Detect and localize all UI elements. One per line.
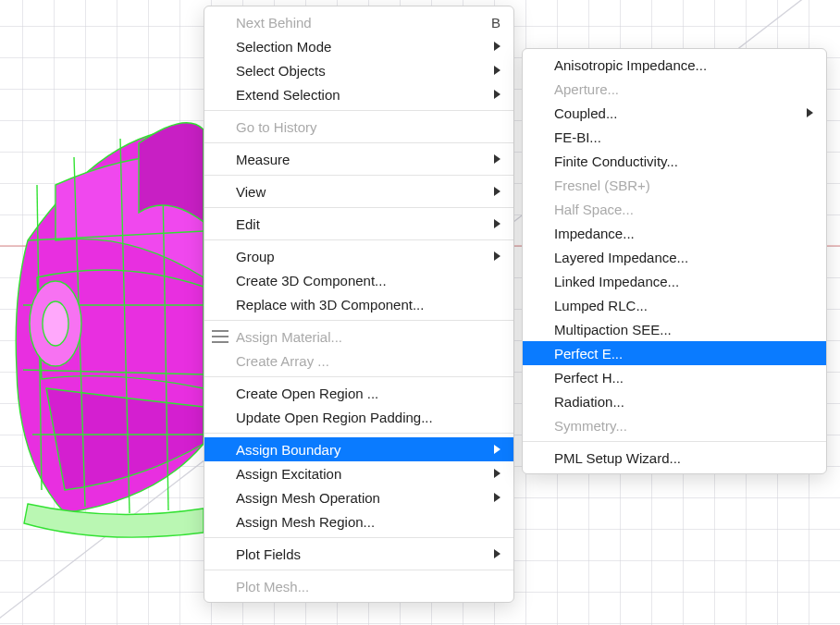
menu-item-plot-mesh: Plot Mesh... bbox=[204, 574, 513, 598]
chevron-right-icon bbox=[494, 549, 500, 558]
menu-item-half-space: Half Space... bbox=[523, 197, 826, 221]
menu-item-label: Finite Conductivity... bbox=[554, 153, 813, 169]
menu-item-label: Plot Mesh... bbox=[236, 579, 500, 594]
menu-separator bbox=[204, 320, 513, 321]
menu-item-fresnel-sbr: Fresnel (SBR+) bbox=[523, 173, 826, 197]
menu-item-label: PML Setup Wizard... bbox=[554, 450, 813, 466]
menu-separator bbox=[204, 207, 513, 208]
context-menu[interactable]: Next BehindBSelection ModeSelect Objects… bbox=[204, 6, 514, 603]
menu-separator bbox=[204, 142, 513, 143]
submenu-assign-boundary[interactable]: Anisotropic Impedance...Aperture...Coupl… bbox=[522, 48, 827, 474]
menu-shortcut: B bbox=[473, 15, 500, 31]
menu-item-label: Next Behind bbox=[236, 15, 473, 31]
menu-item-next-behind: Next BehindB bbox=[204, 10, 513, 34]
menu-item-linked-impedance[interactable]: Linked Impedance... bbox=[523, 269, 826, 293]
menu-item-extend-selection[interactable]: Extend Selection bbox=[204, 82, 513, 106]
menu-item-label: Create Open Region ... bbox=[236, 386, 500, 401]
menu-item-label: Impedance... bbox=[554, 226, 813, 241]
menu-item-replace-with-3d-component[interactable]: Replace with 3D Component... bbox=[204, 292, 513, 316]
menu-item-label: Fresnel (SBR+) bbox=[554, 178, 813, 193]
chevron-right-icon bbox=[494, 469, 500, 478]
chevron-right-icon bbox=[494, 42, 500, 51]
menu-item-label: Replace with 3D Component... bbox=[236, 297, 500, 312]
menu-item-assign-mesh-region[interactable]: Assign Mesh Region... bbox=[204, 509, 513, 533]
chevron-right-icon bbox=[494, 187, 500, 196]
menu-item-view[interactable]: View bbox=[204, 179, 513, 203]
menu-item-pml-setup-wizard[interactable]: PML Setup Wizard... bbox=[523, 446, 826, 470]
menu-item-assign-boundary[interactable]: Assign Boundary bbox=[204, 437, 513, 461]
chevron-right-icon bbox=[494, 251, 500, 261]
menu-item-label: Create 3D Component... bbox=[236, 273, 500, 288]
menu-item-label: Group bbox=[236, 249, 487, 264]
menu-item-lumped-rlc[interactable]: Lumped RLC... bbox=[523, 293, 826, 317]
menu-item-layered-impedance[interactable]: Layered Impedance... bbox=[523, 245, 826, 269]
menu-separator bbox=[204, 110, 513, 111]
chevron-right-icon bbox=[494, 445, 500, 454]
menu-item-group[interactable]: Group bbox=[204, 244, 513, 268]
menu-item-label: Multipaction SEE... bbox=[554, 322, 813, 337]
menu-separator bbox=[204, 239, 513, 240]
menu-item-perfect-h[interactable]: Perfect H... bbox=[523, 365, 826, 389]
menu-item-coupled[interactable]: Coupled... bbox=[523, 101, 826, 125]
menu-item-multipaction-see[interactable]: Multipaction SEE... bbox=[523, 317, 826, 341]
menu-item-label: Extend Selection bbox=[236, 87, 487, 103]
menu-item-select-objects[interactable]: Select Objects bbox=[204, 58, 513, 82]
menu-item-label: Half Space... bbox=[554, 202, 813, 217]
menu-item-label: Anisotropic Impedance... bbox=[554, 57, 813, 73]
menu-item-perfect-e[interactable]: Perfect E... bbox=[523, 341, 826, 365]
menu-item-update-open-region-padding[interactable]: Update Open Region Padding... bbox=[204, 405, 513, 429]
menu-item-label: Linked Impedance... bbox=[554, 274, 813, 289]
menu-item-label: Go to History bbox=[236, 119, 500, 135]
menu-separator bbox=[204, 570, 513, 570]
menu-item-assign-excitation[interactable]: Assign Excitation bbox=[204, 461, 513, 485]
menu-item-label: Assign Excitation bbox=[236, 466, 487, 482]
chevron-right-icon bbox=[494, 154, 500, 164]
menu-item-impedance[interactable]: Impedance... bbox=[523, 221, 826, 245]
menu-item-label: Assign Mesh Region... bbox=[236, 514, 500, 530]
chevron-right-icon bbox=[494, 219, 500, 228]
menu-item-label: Edit bbox=[236, 216, 487, 232]
menu-item-label: Aperture... bbox=[554, 81, 813, 97]
menu-item-label: Update Open Region Padding... bbox=[236, 410, 500, 425]
chevron-right-icon bbox=[494, 493, 500, 502]
chevron-right-icon bbox=[494, 90, 500, 99]
menu-item-label: Radiation... bbox=[554, 394, 813, 410]
menu-item-fe-bi[interactable]: FE-BI... bbox=[523, 125, 826, 149]
menu-item-aperture: Aperture... bbox=[523, 77, 826, 101]
menu-item-create-3d-component[interactable]: Create 3D Component... bbox=[204, 268, 513, 292]
menu-item-create-open-region[interactable]: Create Open Region ... bbox=[204, 381, 513, 405]
menu-separator bbox=[204, 537, 513, 538]
menu-item-label: Lumped RLC... bbox=[554, 298, 813, 313]
menu-item-plot-fields[interactable]: Plot Fields bbox=[204, 542, 513, 566]
menu-item-label: Perfect E... bbox=[554, 346, 813, 362]
chevron-right-icon bbox=[494, 66, 500, 75]
menu-item-label: Assign Material... bbox=[236, 329, 500, 345]
menu-item-label: Assign Mesh Operation bbox=[236, 490, 487, 506]
menu-item-radiation[interactable]: Radiation... bbox=[523, 389, 826, 413]
menu-item-label: FE-BI... bbox=[554, 129, 813, 145]
menu-item-assign-mesh-operation[interactable]: Assign Mesh Operation bbox=[204, 485, 513, 509]
menu-item-label: Coupled... bbox=[554, 105, 799, 121]
menu-item-go-to-history: Go to History bbox=[204, 115, 513, 139]
menu-item-label: Create Array ... bbox=[236, 353, 500, 369]
menu-item-measure[interactable]: Measure bbox=[204, 147, 513, 171]
menu-item-label: Assign Boundary bbox=[236, 442, 487, 458]
menu-item-anisotropic-impedance[interactable]: Anisotropic Impedance... bbox=[523, 53, 826, 77]
menu-item-assign-material: Assign Material... bbox=[204, 325, 513, 349]
menu-item-label: View bbox=[236, 184, 487, 200]
menu-item-selection-mode[interactable]: Selection Mode bbox=[204, 34, 513, 58]
menu-item-label: Measure bbox=[236, 152, 487, 167]
menu-separator bbox=[523, 441, 826, 442]
chevron-right-icon bbox=[807, 108, 813, 117]
menu-item-label: Plot Fields bbox=[236, 546, 487, 562]
menu-item-create-array: Create Array ... bbox=[204, 349, 513, 373]
menu-item-edit[interactable]: Edit bbox=[204, 212, 513, 236]
menu-separator bbox=[204, 376, 513, 377]
menu-item-label: Selection Mode bbox=[236, 39, 487, 55]
menu-item-label: Perfect H... bbox=[554, 370, 813, 386]
menu-item-label: Layered Impedance... bbox=[554, 250, 813, 265]
menu-separator bbox=[204, 433, 513, 434]
menu-item-finite-conductivity[interactable]: Finite Conductivity... bbox=[523, 149, 826, 173]
menu-item-label: Symmetry... bbox=[554, 418, 813, 434]
menu-item-symmetry: Symmetry... bbox=[523, 413, 826, 437]
